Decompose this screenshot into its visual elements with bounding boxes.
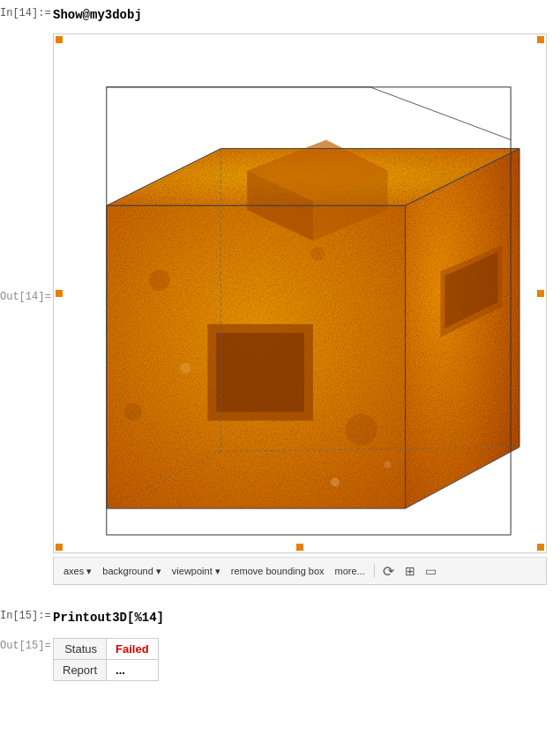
status-key: Status [54,639,107,660]
in14-content: Show@my3dobj [53,0,560,26]
out14-content: axes ▾ background ▾ viewpoint ▾ remove b… [53,26,560,589]
in15-label: In[15]:= [0,603,53,629]
in14-label: In[14]:= [0,0,53,26]
toolbar-sep1 [374,564,375,578]
in14-label-text: In[14]:= [0,7,51,19]
in14-code: Show@my3dobj [53,8,142,22]
cell-in15: In[15]:= Printout3D[%14] [0,603,560,629]
status-value: Failed [107,639,159,660]
cell-out14: Out[14]= [0,26,560,589]
corner-ml [56,290,63,297]
cube-right-face [406,149,520,509]
corner-bl [56,544,63,551]
spacer1 [0,589,560,603]
cell-in14: In[14]:= Show@my3dobj [0,0,560,26]
settings-button[interactable]: ⊞ [400,561,420,581]
report-value: ... [107,660,159,681]
table-row: Status Failed [54,639,159,660]
corner-tr [537,36,544,43]
viewpoint-button[interactable]: viewpoint ▾ [168,564,225,579]
remove-bbox-button[interactable]: remove bounding box [227,564,329,578]
corner-br [537,544,544,551]
chat-button[interactable]: ▭ [422,561,441,581]
out15-label: Out[15]= [0,629,53,690]
more-button[interactable]: more... [331,564,370,578]
in15-label-text: In[15]:= [0,610,51,622]
cell-out15: Out[15]= Status Failed Report ... [0,629,560,690]
out15-content: Status Failed Report ... [53,629,560,690]
settings-icon: ⊞ [405,564,415,578]
out14-label-text: Out[14]= [0,291,51,303]
corner-bm [296,544,303,551]
corner-tl [56,36,63,43]
graphics-toolbar: axes ▾ background ▾ viewpoint ▾ remove b… [53,557,547,585]
axes-button[interactable]: axes ▾ [59,564,96,579]
in15-code: Printout3D[%14] [53,611,164,625]
reload-button[interactable]: ⟳ [379,561,399,581]
3d-graphics-output[interactable] [53,33,547,553]
background-button[interactable]: background ▾ [98,564,166,579]
corner-mr [537,290,544,297]
indent-front-inner [216,333,304,412]
light-spot1 [180,363,190,374]
light-spot3 [385,461,392,468]
result-table: Status Failed Report ... [53,638,159,681]
spot4 [310,247,325,261]
out15-label-text: Out[15]= [0,640,51,652]
in15-content: Printout3D[%14] [53,603,560,629]
report-key: Report [54,660,107,681]
reload-icon: ⟳ [383,563,394,580]
cube-svg [54,34,546,552]
table-row: Report ... [54,660,159,681]
out14-label: Out[14]= [0,26,53,589]
spot1 [149,270,170,291]
spot3 [124,404,142,421]
light-spot2 [331,478,340,486]
failed-badge: Failed [116,642,149,656]
spot2 [346,414,377,446]
chat-icon: ▭ [425,564,437,578]
